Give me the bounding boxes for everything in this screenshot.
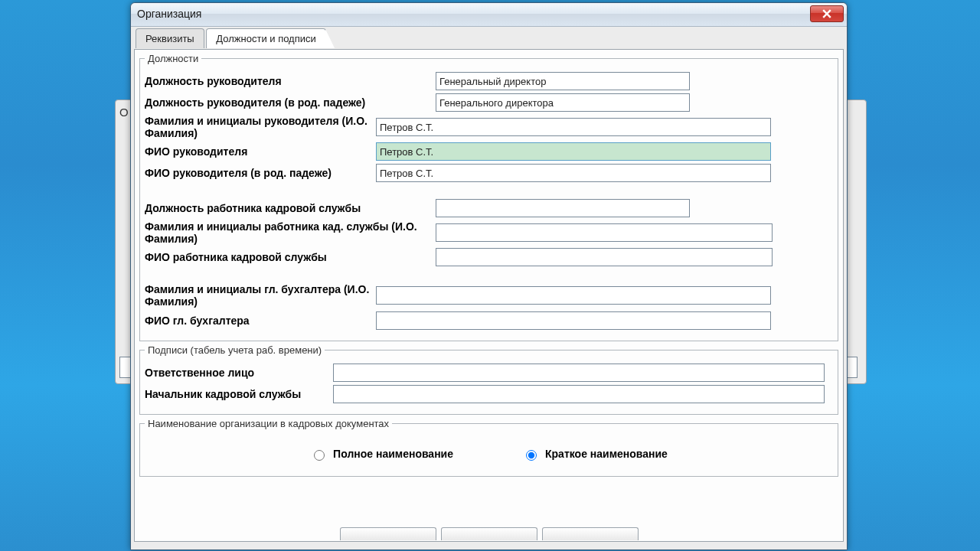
input-hr-chief[interactable] [333,385,825,403]
input-hr-short[interactable] [436,223,773,242]
label-responsible: Ответственное лицо [145,367,333,379]
input-acc-fio[interactable] [376,311,771,330]
tab-details-label: Реквизиты [145,33,194,44]
input-head-fio[interactable] [376,142,771,161]
label-head-position-gen: Должность руководителя (в род. падеже) [145,96,436,109]
group-orgname: Наименование организации в кадровых доку… [139,418,838,477]
label-hr-fio: ФИО работника кадровой службы [145,251,436,263]
bottom-button-1[interactable] [340,527,436,540]
label-acc-fio: ФИО гл. бухгалтера [145,315,376,327]
titlebar: Организация [131,3,847,27]
input-head-short[interactable] [376,118,771,136]
tab-positions[interactable]: Должности и подписи [206,28,325,48]
tab-details[interactable]: Реквизиты [136,28,204,48]
group-positions-legend: Должности [145,53,201,64]
input-responsible[interactable] [333,364,825,382]
bottom-button-bar [135,527,843,541]
bottom-button-2[interactable] [441,527,537,540]
bottom-button-3[interactable] [542,527,639,540]
radio-short-name-input[interactable] [526,450,537,461]
label-hr-chief: Начальник кадровой службы [145,388,333,400]
group-signatures-legend: Подписи (табель учета раб. времени) [145,344,325,356]
label-head-short: Фамилия и инициалы руководителя (И.О. Фа… [145,115,376,139]
radio-short-name-label: Краткое наименование [545,448,668,460]
dialog-client-area: Должности Должность руководителя Должнос… [134,49,844,542]
window-title: Организация [137,8,201,20]
input-hr-fio[interactable] [436,248,773,266]
input-acc-short[interactable] [376,286,771,305]
dialog-window: Организация Реквизиты Должности и подпис… [130,2,848,550]
background-window-letter: О [119,106,129,119]
input-head-position-gen[interactable] [436,93,690,112]
group-signatures: Подписи (табель учета раб. времени) Отве… [139,344,838,415]
input-head-position[interactable] [436,72,690,90]
label-acc-short: Фамилия и инициалы гл. бухгалтера (И.О. … [145,283,376,308]
group-orgname-legend: Наименование организации в кадровых доку… [145,418,392,429]
close-button[interactable] [810,5,844,22]
input-hr-position[interactable] [436,199,690,217]
label-head-fio: ФИО руководителя [145,145,376,158]
close-icon [822,9,831,18]
label-head-fio-gen: ФИО руководителя (в род. падеже) [145,167,376,179]
label-head-position: Должность руководителя [145,75,436,87]
radio-full-name[interactable]: Полное наименование [310,448,453,461]
radio-full-name-label: Полное наименование [333,448,453,460]
tab-strip: Реквизиты Должности и подписи [131,28,847,50]
label-hr-short: Фамилия и инициалы работника кад. службы… [145,220,436,245]
input-head-fio-gen[interactable] [376,164,771,182]
radio-short-name[interactable]: Краткое наименование [522,448,668,461]
label-hr-position: Должность работника кадровой службы [145,202,436,214]
radio-full-name-input[interactable] [314,450,325,461]
group-positions: Должности Должность руководителя Должнос… [139,53,838,341]
tab-positions-label: Должности и подписи [216,33,315,44]
